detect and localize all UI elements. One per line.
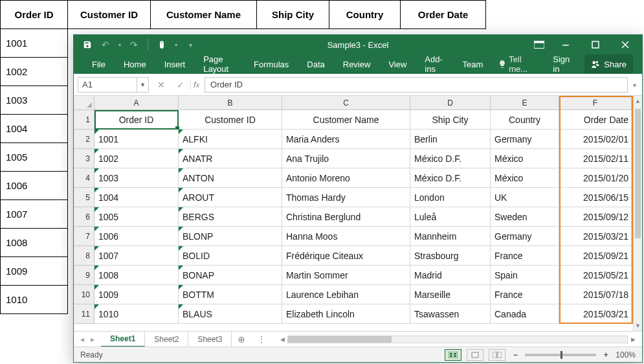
maximize-button[interactable] <box>581 35 610 54</box>
row-headers[interactable]: 1234567891011 <box>74 110 94 324</box>
ribbon-options-icon[interactable] <box>528 35 550 54</box>
cell[interactable]: 2015/07/18 <box>559 285 632 304</box>
scroll-up-icon[interactable]: ▲ <box>634 96 642 106</box>
cells-area[interactable]: Order IDCustomer IDCustomer NameShip Cit… <box>94 110 633 324</box>
cell[interactable]: BOLID <box>179 246 282 266</box>
column-header[interactable]: F <box>559 96 632 109</box>
name-box[interactable]: A1 ▼ <box>78 77 149 93</box>
cell[interactable]: Hanna Moos <box>282 227 410 246</box>
cell[interactable]: Luleå <box>410 207 491 227</box>
row-header[interactable]: 1 <box>74 110 94 130</box>
cell[interactable]: BOTTM <box>179 285 282 304</box>
cell[interactable]: 2015/03/21 <box>559 227 632 246</box>
cell[interactable]: Country <box>491 110 559 130</box>
ribbon-tab-data[interactable]: Data <box>298 54 333 74</box>
cell[interactable]: BONAP <box>179 266 282 285</box>
ribbon-tab-add-ins[interactable]: Add-ins <box>416 54 453 74</box>
row-header[interactable]: 5 <box>74 188 94 207</box>
cell[interactable]: 1003 <box>94 168 179 188</box>
split-handle-icon[interactable]: ⋮ <box>251 335 273 344</box>
cell[interactable]: Thomas Hardy <box>282 188 410 207</box>
cell[interactable]: Spain <box>491 266 559 285</box>
ribbon-tab-home[interactable]: Home <box>115 54 155 74</box>
cell[interactable]: Customer Name <box>282 110 410 130</box>
ribbon-tab-review[interactable]: Review <box>334 54 380 74</box>
horizontal-scrollbar[interactable]: ◀ ▶ <box>277 336 638 343</box>
column-header[interactable]: A <box>94 96 179 109</box>
sheet-tab[interactable]: Sheet2 <box>145 332 188 347</box>
cell[interactable]: France <box>491 285 559 304</box>
next-sheet-icon[interactable]: ▸ <box>88 335 97 344</box>
cell[interactable]: Strasbourg <box>410 246 491 266</box>
cell[interactable]: Mannheim <box>410 227 491 246</box>
ribbon-tab-file[interactable]: File <box>83 54 115 74</box>
ribbon-tab-insert[interactable]: Insert <box>155 54 195 74</box>
cell[interactable]: Ship City <box>410 110 491 130</box>
cell[interactable]: BERGS <box>179 207 282 227</box>
vertical-scrollbar[interactable]: ▲ ▼ <box>633 96 642 331</box>
cell[interactable]: 1002 <box>94 149 179 168</box>
sheet-tab[interactable]: Sheet1 <box>101 332 145 347</box>
cell[interactable]: ALFKI <box>179 130 282 149</box>
cell[interactable]: 2015/02/11 <box>559 149 632 168</box>
tell-me[interactable]: Tell me... <box>492 54 544 74</box>
cell[interactable]: Frédérique Citeaux <box>282 246 410 266</box>
cell[interactable]: 1007 <box>94 246 179 266</box>
page-break-view-button[interactable] <box>489 349 505 361</box>
cell[interactable]: Germany <box>491 130 559 149</box>
column-header[interactable]: B <box>179 96 282 109</box>
save-icon[interactable] <box>80 38 94 52</box>
cell[interactable]: 1005 <box>94 207 179 227</box>
vscroll-thumb[interactable] <box>635 109 641 238</box>
row-header[interactable]: 9 <box>74 266 94 285</box>
zoom-level[interactable]: 100% <box>616 350 636 359</box>
cell[interactable]: 1010 <box>94 304 179 324</box>
minimize-button[interactable] <box>551 35 580 54</box>
cell[interactable]: Antonio Moreno <box>282 168 410 188</box>
column-header[interactable]: C <box>282 96 410 109</box>
cell[interactable]: 1004 <box>94 188 179 207</box>
undo-dd-icon[interactable]: ▾ <box>117 38 123 52</box>
sheet-tab[interactable]: Sheet3 <box>188 332 232 347</box>
enter-icon[interactable]: ✓ <box>171 77 190 93</box>
cell[interactable]: 1008 <box>94 266 179 285</box>
cell[interactable]: 1001 <box>94 130 179 149</box>
cell[interactable]: México D.F. <box>410 149 491 168</box>
cell[interactable]: México <box>491 149 559 168</box>
cell[interactable]: 2015/09/21 <box>559 246 632 266</box>
undo-icon[interactable]: ↶ <box>98 38 113 52</box>
normal-view-button[interactable] <box>445 349 461 361</box>
qat-customize-icon[interactable]: ▾ <box>183 38 197 52</box>
column-header[interactable]: D <box>410 96 491 109</box>
cell[interactable]: Madrid <box>410 266 491 285</box>
cell[interactable]: Elizabeth Lincoln <box>282 304 410 324</box>
cell[interactable]: Canada <box>491 304 559 324</box>
cell[interactable]: 2015/06/15 <box>559 188 632 207</box>
scroll-down-icon[interactable]: ▼ <box>634 321 642 331</box>
cell[interactable]: Berlin <box>410 130 491 149</box>
cell[interactable]: 2015/02/01 <box>559 130 632 149</box>
cell[interactable]: London <box>410 188 491 207</box>
cell[interactable]: Ana Trujilo <box>282 149 410 168</box>
ribbon-tab-view[interactable]: View <box>379 54 416 74</box>
scroll-right-icon[interactable]: ▶ <box>628 336 638 343</box>
cell[interactable]: Maria Anders <box>282 130 410 149</box>
sign-in[interactable]: Sign in <box>546 54 582 74</box>
cell[interactable]: 2015/05/21 <box>559 266 632 285</box>
cell[interactable]: 1006 <box>94 227 179 246</box>
cancel-icon[interactable]: ✕ <box>151 77 171 93</box>
cell[interactable]: Order Date <box>559 110 632 130</box>
cell[interactable]: Laurence Lebihan <box>282 285 410 304</box>
cell[interactable]: BLAUS <box>179 304 282 324</box>
cell[interactable]: 2015/01/20 <box>559 168 632 188</box>
row-header[interactable]: 3 <box>74 149 94 168</box>
share-button[interactable]: Share <box>584 54 633 74</box>
page-layout-view-button[interactable] <box>467 349 483 361</box>
cell[interactable]: Order ID <box>94 110 179 130</box>
scroll-left-icon[interactable]: ◀ <box>277 336 287 343</box>
cell[interactable]: Tsawassen <box>410 304 491 324</box>
cell[interactable]: Germany <box>491 227 559 246</box>
name-box-dd-icon[interactable]: ▼ <box>137 78 148 92</box>
cell[interactable]: UK <box>491 188 559 207</box>
ribbon-tab-formulas[interactable]: Formulas <box>245 54 298 74</box>
